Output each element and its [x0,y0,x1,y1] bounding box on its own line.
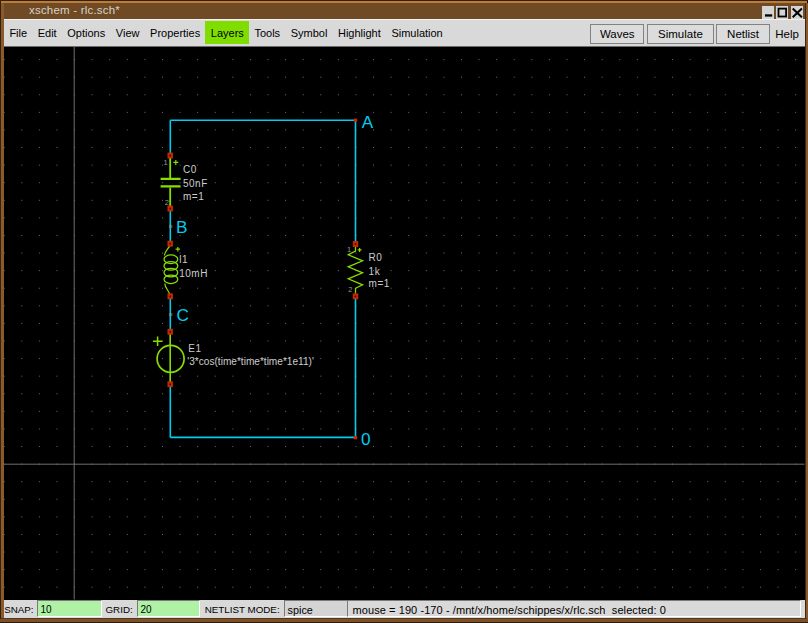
svg-text:l1: l1 [179,254,188,265]
svg-text:C0: C0 [183,164,197,175]
svg-text:1: 1 [164,158,168,167]
svg-text:m=1: m=1 [183,191,204,202]
svg-text:0: 0 [361,429,371,449]
svg-text:50nF: 50nF [183,178,208,189]
svg-text:'3*cos(time*time*time*1e11)': '3*cos(time*time*time*1e11)' [187,356,314,367]
svg-text:C: C [176,305,188,325]
svg-text:10mH: 10mH [179,268,208,279]
svg-text:A: A [362,112,374,132]
svg-text:2: 2 [348,285,352,294]
svg-text:m=1: m=1 [369,278,390,289]
svg-text:B: B [176,217,187,237]
svg-text:E1: E1 [188,343,201,354]
svg-text:1k: 1k [369,266,381,277]
svg-text:1: 1 [347,245,351,254]
svg-text:2: 2 [165,198,169,207]
svg-text:R0: R0 [369,252,383,263]
